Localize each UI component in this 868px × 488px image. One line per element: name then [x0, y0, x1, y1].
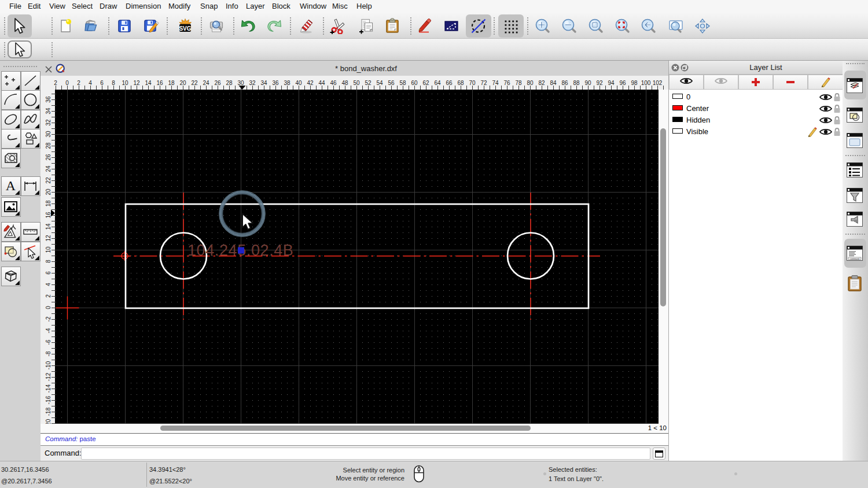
svg-text:94: 94: [608, 80, 615, 86]
svg-text:-8: -8: [45, 351, 52, 356]
svg-text:64: 64: [434, 80, 441, 86]
svg-text:22: 22: [45, 177, 52, 184]
svg-text:48: 48: [341, 80, 348, 86]
svg-text:58: 58: [399, 80, 406, 86]
svg-text:28: 28: [45, 142, 52, 149]
svg-text:34: 34: [260, 80, 267, 86]
svg-text:66: 66: [446, 80, 453, 86]
svg-text:24: 24: [45, 165, 52, 172]
svg-text:78: 78: [515, 80, 522, 86]
svg-text:92: 92: [596, 80, 603, 86]
svg-text:-18: -18: [45, 407, 52, 416]
svg-text:20: 20: [45, 188, 52, 195]
svg-text:16: 16: [156, 80, 163, 86]
svg-text:-6: -6: [45, 339, 52, 345]
svg-text:22: 22: [191, 80, 198, 86]
svg-text:10: 10: [45, 246, 52, 253]
svg-text:-20: -20: [45, 419, 52, 424]
svg-text:74: 74: [492, 80, 499, 86]
svg-text:36: 36: [272, 80, 279, 86]
svg-text:16: 16: [45, 212, 52, 219]
svg-text:84: 84: [550, 80, 557, 86]
svg-text:SVG: SVG: [179, 25, 191, 32]
svg-text:70: 70: [469, 80, 476, 86]
svg-text:98: 98: [631, 80, 638, 86]
svg-text:-4: -4: [45, 328, 52, 333]
svg-text:34: 34: [45, 108, 52, 114]
svg-text:76: 76: [503, 80, 510, 86]
svg-text:4: 4: [45, 283, 52, 286]
svg-text:command: command: [850, 258, 859, 260]
svg-text:4: 4: [89, 80, 92, 86]
svg-text:26: 26: [45, 154, 52, 161]
svg-text:68: 68: [457, 80, 464, 86]
svg-text:86: 86: [561, 80, 568, 86]
svg-text:2: 2: [77, 80, 80, 86]
svg-text:20: 20: [179, 80, 186, 86]
svg-text:42: 42: [307, 80, 314, 86]
svg-text:36: 36: [45, 96, 52, 103]
svg-text:14: 14: [45, 223, 52, 230]
svg-text:0: 0: [45, 306, 52, 309]
svg-text:32: 32: [249, 80, 256, 86]
svg-text:52: 52: [365, 80, 372, 86]
svg-text:44: 44: [318, 80, 325, 86]
svg-text:38: 38: [284, 80, 290, 86]
svg-text:0: 0: [65, 80, 69, 86]
svg-text:18: 18: [168, 80, 175, 86]
svg-text:8: 8: [45, 260, 52, 263]
svg-text:62: 62: [422, 80, 429, 86]
svg-text:60: 60: [411, 80, 418, 86]
svg-text:-16: -16: [45, 395, 52, 404]
svg-text:96: 96: [619, 80, 626, 86]
svg-text:30: 30: [45, 131, 52, 138]
svg-text:-2: -2: [45, 316, 52, 321]
svg-text:82: 82: [538, 80, 545, 86]
svg-text:2: 2: [54, 80, 57, 86]
svg-text:6: 6: [45, 271, 52, 275]
svg-text:6: 6: [100, 80, 104, 86]
svg-text:102: 102: [653, 80, 663, 86]
svg-text:8: 8: [112, 80, 115, 86]
svg-text:100: 100: [641, 80, 651, 86]
svg-text:30: 30: [237, 80, 244, 86]
svg-text:50: 50: [353, 80, 360, 86]
svg-text:-14: -14: [45, 384, 52, 393]
svg-text:28: 28: [226, 80, 233, 86]
svg-text:14: 14: [145, 80, 152, 86]
svg-text:2: 2: [45, 294, 52, 298]
svg-text:54: 54: [376, 80, 383, 86]
svg-text:32: 32: [45, 119, 52, 126]
svg-text:12: 12: [133, 80, 140, 86]
svg-text:56: 56: [388, 80, 395, 86]
svg-text:-10: -10: [45, 361, 52, 369]
svg-text:80: 80: [527, 80, 534, 86]
svg-text:-12: -12: [45, 372, 52, 381]
svg-text:46: 46: [330, 80, 337, 86]
svg-text:26: 26: [214, 80, 221, 86]
svg-text:18: 18: [45, 200, 52, 207]
svg-text:40: 40: [295, 80, 302, 86]
svg-text:24: 24: [203, 80, 209, 86]
svg-text:72: 72: [480, 80, 487, 86]
svg-text:10: 10: [122, 80, 128, 86]
svg-text:90: 90: [584, 80, 591, 86]
svg-text:88: 88: [573, 80, 580, 86]
svg-text:12: 12: [45, 235, 52, 242]
